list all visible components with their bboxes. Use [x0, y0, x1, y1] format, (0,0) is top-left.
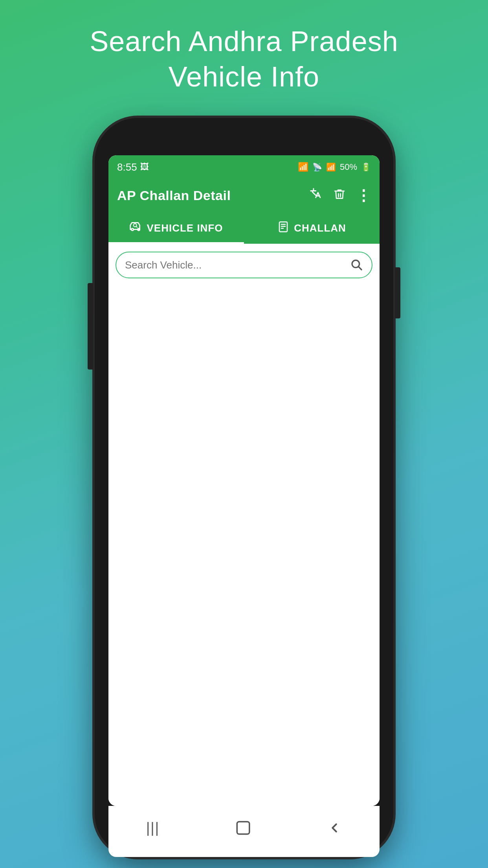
vehicle-tab-icon [129, 221, 142, 236]
search-button[interactable] [350, 259, 363, 271]
battery-icon: 🔋 [361, 162, 371, 172]
more-icon[interactable]: ⋮ [356, 187, 371, 204]
search-area [108, 244, 380, 286]
app-bar-actions: ⋮ [310, 187, 371, 204]
tab-vehicle-info[interactable]: VEHICLE INFO [108, 212, 244, 244]
svg-line-9 [359, 267, 361, 270]
menu-nav-button[interactable]: ||| [146, 820, 160, 836]
tab-vehicle-label: VEHICLE INFO [147, 222, 223, 234]
challan-tab-icon [277, 221, 289, 235]
status-bar: 8:55 🖼 📶 📡 📶 50% 🔋 [108, 155, 380, 179]
tab-challan[interactable]: CHALLAN [244, 212, 380, 244]
home-nav-button[interactable] [235, 820, 251, 836]
content-area [108, 286, 380, 806]
signal2-icon: 📶 [326, 162, 336, 172]
phone-wrapper: 8:55 🖼 📶 📡 📶 50% 🔋 AP Challan Detail [95, 118, 393, 857]
tabs-bar: VEHICLE INFO CHALLAN [108, 212, 380, 244]
back-nav-button[interactable] [327, 820, 342, 835]
app-bar: AP Challan Detail ⋮ [108, 179, 380, 212]
app-bar-title: AP Challan Detail [117, 188, 310, 203]
search-input[interactable] [125, 259, 347, 271]
svg-line-3 [136, 226, 138, 227]
bottom-nav: ||| [108, 806, 380, 857]
wifi-icon: 📶 [298, 162, 308, 172]
translate-icon[interactable] [310, 188, 323, 204]
page-title: Search Andhra Pradesh Vehicle Info [31, 24, 457, 94]
status-icons: 📶 📡 📶 50% 🔋 [298, 162, 371, 172]
status-time: 8:55 🖼 [117, 161, 149, 173]
signal-icon: 📡 [312, 162, 322, 172]
delete-icon[interactable] [333, 188, 346, 204]
image-icon: 🖼 [140, 162, 149, 172]
battery-text: 50% [340, 162, 357, 172]
phone-screen: 8:55 🖼 📶 📡 📶 50% 🔋 AP Challan Detail [108, 155, 380, 806]
svg-rect-10 [237, 822, 250, 834]
search-box [116, 252, 372, 278]
tab-challan-label: CHALLAN [294, 222, 346, 234]
page-header: Search Andhra Pradesh Vehicle Info [0, 0, 488, 114]
